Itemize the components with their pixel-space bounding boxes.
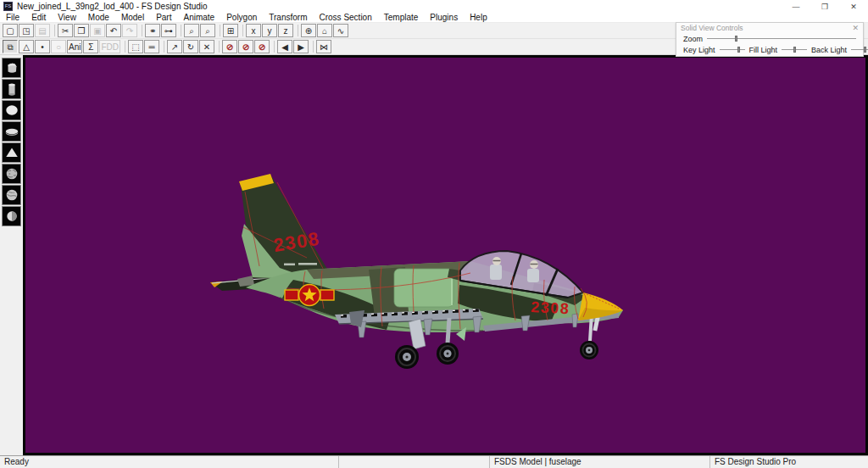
toolbar-button-rotate-tool[interactable]: ↻	[183, 40, 198, 53]
status-segment-spacer	[339, 456, 490, 468]
nose-number: 2308	[531, 298, 570, 317]
app-icon: FS	[3, 2, 13, 11]
solid-view-controls-panel: Solid View Controls ✕ Zoom Key Light Fil…	[676, 22, 864, 57]
viewport-frame: 2308 2308	[23, 55, 868, 455]
tool-textured-sphere-icon[interactable]	[2, 185, 21, 205]
toolbar-button-lock-y[interactable]: ⊘	[238, 40, 253, 53]
menu-item-template[interactable]: Template	[378, 13, 425, 22]
menu-item-transform[interactable]: Transform	[263, 13, 313, 22]
viewport-3d[interactable]: 2308 2308	[25, 58, 865, 453]
toolbar-button-insert-vertex[interactable]: ⊕	[301, 24, 316, 37]
close-button[interactable]: ✕	[839, 0, 868, 13]
zoom-slider-thumb[interactable]	[735, 36, 737, 42]
toolbar-button-zoom-out[interactable]: ⌕	[200, 24, 215, 37]
toolbar-button-vertex-mode[interactable]: •	[35, 40, 50, 53]
toolbar-button-next-part[interactable]: ▶	[293, 40, 309, 53]
statusbar: ReadyFSDS Model | fuselageFS Design Stud…	[0, 455, 868, 468]
tool-hemisphere-icon[interactable]	[2, 206, 21, 226]
main-wheel-left	[395, 345, 419, 369]
minimize-button[interactable]: —	[782, 0, 810, 13]
status-segment-ready: Ready	[0, 456, 339, 468]
toolbar-button-fdd[interactable]: FDD	[99, 40, 120, 53]
menu-item-part[interactable]: Part	[150, 13, 177, 22]
key-light-slider[interactable]	[720, 47, 745, 53]
menu-item-animate[interactable]: Animate	[177, 13, 220, 22]
menu-item-plugins[interactable]: Plugins	[424, 13, 464, 22]
toolbar-button-save[interactable]: ▤	[35, 24, 50, 37]
zoom-slider-label: Zoom	[683, 35, 703, 43]
toolbar-button-lock-z[interactable]: ⊘	[254, 40, 270, 53]
toolbar-button-polygon-mode[interactable]: △	[19, 40, 34, 53]
tool-box-icon[interactable]	[2, 58, 21, 78]
toolbar-button-zoom-in[interactable]: ⌕	[184, 24, 199, 37]
back-light-slider[interactable]	[851, 47, 868, 53]
toolbar-button-copy[interactable]: ❐	[74, 24, 89, 37]
toolbar-button-delete-tool[interactable]: ✕	[199, 40, 214, 53]
restore-button[interactable]: ❐	[810, 0, 839, 13]
toolbar-button-axis-z[interactable]: z	[278, 24, 293, 37]
toolbar-button-circle-mode[interactable]: ○	[51, 40, 66, 53]
menu-item-file[interactable]: File	[0, 13, 25, 22]
aircraft-model[interactable]: 2308 2308	[25, 58, 865, 453]
window-controls: — ❐ ✕	[782, 0, 868, 13]
toolbar-button-align-lines[interactable]: ═	[144, 40, 159, 53]
titlebar: FS New_joined_L_39ng2_lod_400 - FS Desig…	[0, 0, 868, 13]
toolbar-button-undo[interactable]: ↶	[106, 24, 121, 37]
toolbar-button-select-rect[interactable]: ⬚	[128, 40, 143, 53]
window-title: New_joined_L_39ng2_lod_400 - FS Design S…	[17, 2, 208, 11]
toolbar-button-open[interactable]: ◳	[19, 24, 34, 37]
toolbar-button-grid[interactable]: ⊞	[223, 24, 238, 37]
tool-cone-icon[interactable]	[2, 142, 21, 163]
solid-view-controls-titlebar[interactable]: Solid View Controls ✕	[676, 23, 863, 33]
toolbar-button-move-tool[interactable]: ↗	[167, 40, 182, 53]
main-wheel-right	[437, 343, 459, 365]
toolbar-button-axis-x[interactable]: x	[246, 24, 261, 37]
toolbar-button-smooth[interactable]: ∿	[333, 24, 348, 37]
back-light-thumb[interactable]	[864, 47, 866, 53]
solid-view-controls-title: Solid View Controls	[681, 24, 743, 32]
menu-item-mode[interactable]: Mode	[82, 13, 115, 22]
menu-item-model[interactable]: Model	[115, 13, 150, 22]
toolbar-button-redo[interactable]: ↷	[122, 24, 137, 37]
toolbar-button-sigma[interactable]: Σ	[83, 40, 98, 53]
tool-geosphere-icon[interactable]	[2, 164, 21, 184]
tool-sphere-icon[interactable]	[2, 100, 21, 120]
toolbar-button-prev-part[interactable]: ◀	[277, 40, 292, 53]
primitive-toolbar	[0, 55, 23, 455]
air-intake[interactable]	[394, 269, 453, 307]
key-light-label: Key Light	[683, 46, 715, 54]
fill-light-label: Fill Light	[749, 46, 778, 54]
close-icon[interactable]: ✕	[850, 24, 860, 32]
fill-light-slider[interactable]	[782, 47, 807, 53]
menu-item-help[interactable]: Help	[464, 13, 493, 22]
menu-item-cross-section[interactable]: Cross Section	[314, 13, 378, 22]
toolbar-button-animate[interactable]: Ani	[67, 40, 82, 53]
toolbar-button-home-view[interactable]: ⌂	[317, 24, 332, 37]
nose-wheel	[580, 341, 598, 359]
key-light-thumb[interactable]	[737, 47, 740, 53]
toolbar-button-find[interactable]: ⋈	[316, 40, 331, 53]
menu-item-view[interactable]: View	[52, 13, 82, 22]
back-light-label: Back Light	[811, 46, 847, 54]
toolbar-button-paste[interactable]: ▣	[90, 24, 105, 37]
exhaust-cone[interactable]	[237, 276, 254, 287]
toolbar-button-part-mode[interactable]: ⧉	[3, 40, 18, 53]
toolbar-button-key[interactable]: ⊶	[161, 24, 176, 37]
toolbar-button-lock-x[interactable]: ⊘	[222, 40, 237, 53]
menu-item-polygon[interactable]: Polygon	[220, 13, 263, 22]
menu-item-edit[interactable]: Edit	[25, 13, 52, 22]
toolbar-button-new[interactable]: ▢	[3, 24, 18, 37]
toolbar-button-cut[interactable]: ✂	[58, 24, 73, 37]
fs-design-studio-window: { "window": { "icon_text": "FS", "title"…	[0, 0, 868, 468]
tool-disc-icon[interactable]	[2, 121, 21, 142]
fill-light-thumb[interactable]	[793, 47, 796, 53]
status-segment-model: FSDS Model | fuselage	[490, 456, 710, 468]
zoom-slider[interactable]	[707, 36, 856, 42]
status-segment-edition: FS Design Studio Pro	[710, 456, 868, 468]
toolbar-button-spectacles[interactable]: ⚭	[145, 24, 160, 37]
toolbar-button-axis-y[interactable]: y	[262, 24, 277, 37]
tool-cylinder-icon[interactable]	[2, 79, 21, 99]
